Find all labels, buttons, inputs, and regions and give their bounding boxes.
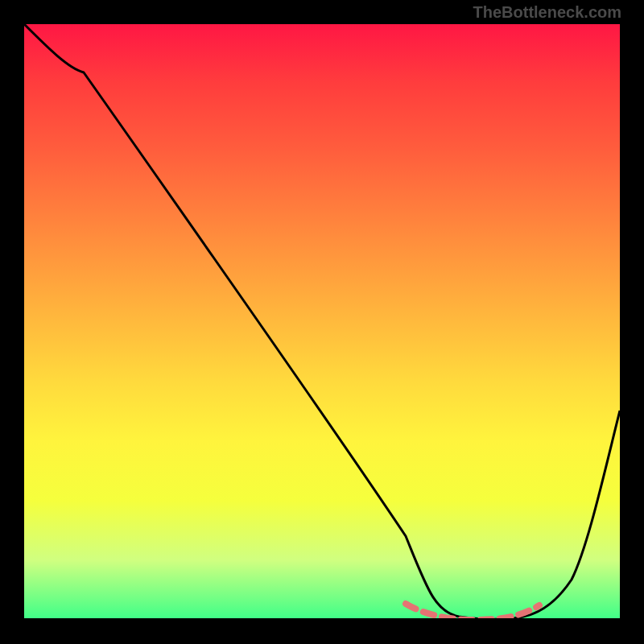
axis-baseline bbox=[24, 618, 620, 620]
chart-svg bbox=[24, 24, 620, 620]
chart-area bbox=[24, 24, 620, 620]
bottleneck-curve bbox=[24, 24, 620, 619]
attribution-text: TheBottleneck.com bbox=[473, 3, 621, 22]
optimal-zone bbox=[406, 604, 539, 620]
